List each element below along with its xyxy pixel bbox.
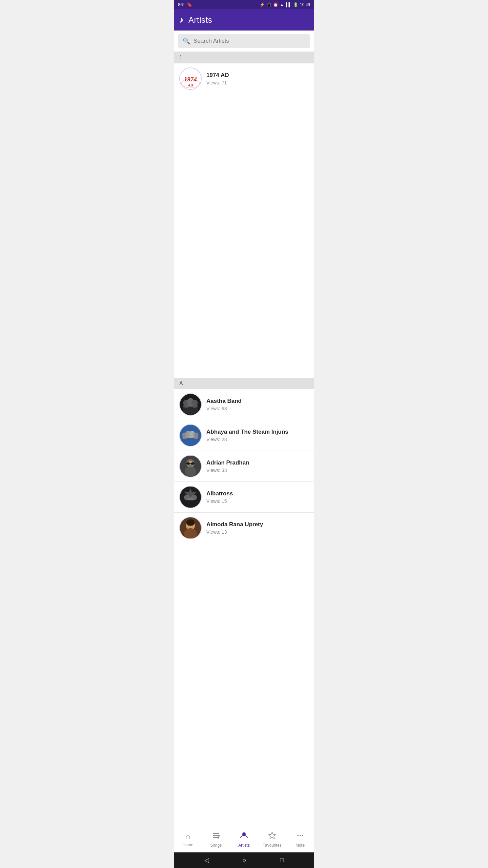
search-icon: 🔍 bbox=[183, 37, 190, 45]
artist-name-albatross: Albatross bbox=[206, 490, 309, 497]
notification-icon: 🔖 bbox=[187, 2, 192, 7]
artist-info-almoda: Almoda Rana Uprety Views: 13 bbox=[206, 521, 309, 535]
section-header-a: A bbox=[174, 378, 314, 389]
svg-point-46 bbox=[217, 836, 219, 839]
artist-item-1974ad[interactable]: 1974 AD 1974 AD Views: 71 bbox=[174, 63, 314, 94]
artist-views-abhaya: Views: 28 bbox=[206, 437, 309, 442]
nav-favourites-label: Favourites bbox=[263, 843, 282, 848]
nav-home-label: Home bbox=[182, 843, 193, 847]
artist-views-almoda: Views: 13 bbox=[206, 529, 309, 535]
artist-info-1974ad: 1974 AD Views: 71 bbox=[206, 72, 309, 85]
nav-artists[interactable]: Artists bbox=[230, 830, 258, 849]
artists-icon bbox=[240, 831, 248, 842]
battery-icon: 🔋 bbox=[293, 2, 298, 7]
signal-icon: ▌▌ bbox=[286, 2, 291, 7]
status-left: 86° 🔖 bbox=[178, 2, 192, 7]
avatar-adrian bbox=[179, 455, 202, 477]
svg-point-21 bbox=[193, 436, 198, 439]
recent-button[interactable]: □ bbox=[280, 857, 284, 864]
artist-name-abhaya: Abhaya and The Steam Injuns bbox=[206, 429, 309, 435]
nav-favourites[interactable]: Favourites bbox=[258, 830, 286, 849]
artist-name-almoda: Almoda Rana Uprety bbox=[206, 521, 309, 528]
avatar-albatross bbox=[179, 486, 202, 508]
more-icon bbox=[296, 831, 304, 842]
status-right: ⚡ 📳 ⏰ ▲ ▌▌ 🔋 10:49 bbox=[260, 2, 310, 7]
search-container: 🔍 bbox=[174, 31, 314, 52]
svg-point-11 bbox=[191, 405, 198, 408]
artist-item-aastha[interactable]: Aastha Band Views: 63 bbox=[174, 389, 314, 420]
alarm-icon: ⏰ bbox=[273, 2, 278, 7]
artist-views-adrian: Views: 33 bbox=[206, 468, 309, 473]
avatar-abhaya bbox=[179, 424, 202, 447]
search-input[interactable] bbox=[194, 38, 305, 44]
artist-list-a: Aastha Band Views: 63 Abhaya a bbox=[174, 389, 314, 827]
svg-text:1974: 1974 bbox=[184, 76, 197, 83]
music-icon: ♪ bbox=[179, 15, 184, 25]
nav-songs-label: Songs bbox=[210, 843, 222, 848]
avatar-aastha bbox=[179, 393, 202, 416]
artist-views-1974ad: Views: 71 bbox=[206, 80, 309, 85]
svg-marker-49 bbox=[269, 832, 276, 839]
svg-point-41 bbox=[188, 525, 189, 526]
songs-icon bbox=[212, 831, 220, 842]
artist-views-aastha: Views: 63 bbox=[206, 406, 309, 411]
nav-more-label: More bbox=[296, 843, 305, 848]
avatar-1974ad: 1974 AD bbox=[179, 67, 202, 90]
vibrate-icon: 📳 bbox=[266, 2, 271, 7]
time: 10:49 bbox=[300, 2, 310, 7]
artist-info-adrian: Adrian Pradhan Views: 33 bbox=[206, 459, 309, 473]
artist-name-1974ad: 1974 AD bbox=[206, 72, 309, 79]
svg-rect-28 bbox=[191, 462, 195, 465]
svg-point-42 bbox=[191, 525, 193, 526]
nav-home[interactable]: ⌂ Home bbox=[174, 830, 202, 849]
svg-point-50 bbox=[297, 835, 299, 836]
bluetooth-icon: ⚡ bbox=[260, 2, 265, 7]
favourites-icon bbox=[268, 831, 276, 842]
svg-point-51 bbox=[300, 835, 301, 836]
artist-item-almoda[interactable]: Almoda Rana Uprety Views: 13 bbox=[174, 513, 314, 543]
status-bar: 86° 🔖 ⚡ 📳 ⏰ ▲ ▌▌ 🔋 10:49 bbox=[174, 0, 314, 9]
svg-point-40 bbox=[186, 519, 195, 526]
section-header-1: 1 bbox=[174, 52, 314, 63]
avatar-almoda bbox=[179, 517, 202, 539]
home-icon: ⌂ bbox=[185, 832, 190, 841]
artist-info-albatross: Albatross Views: 15 bbox=[206, 490, 309, 504]
app-header: ♪ Artists bbox=[174, 9, 314, 31]
artist-views-albatross: Views: 15 bbox=[206, 498, 309, 504]
home-button[interactable]: ○ bbox=[243, 857, 246, 864]
nav-more[interactable]: More bbox=[286, 830, 314, 849]
svg-point-52 bbox=[302, 835, 303, 836]
nav-artists-label: Artists bbox=[238, 843, 249, 848]
artist-info-aastha: Aastha Band Views: 63 bbox=[206, 398, 309, 411]
artist-info-abhaya: Abhaya and The Steam Injuns Views: 28 bbox=[206, 429, 309, 442]
bottom-nav: ⌂ Home Songs Artists F bbox=[174, 827, 314, 852]
temperature: 86° bbox=[178, 2, 185, 7]
artist-item-albatross[interactable]: Albatross Views: 15 bbox=[174, 482, 314, 513]
artist-list-1: 1974 AD 1974 AD Views: 71 bbox=[174, 63, 314, 378]
artist-item-abhaya[interactable]: Abhaya and The Steam Injuns Views: 28 bbox=[174, 420, 314, 451]
nav-songs[interactable]: Songs bbox=[202, 830, 230, 849]
back-button[interactable]: ◁ bbox=[204, 856, 209, 864]
svg-text:AD: AD bbox=[188, 83, 193, 87]
page-title: Artists bbox=[188, 15, 212, 25]
svg-rect-27 bbox=[186, 462, 190, 465]
svg-point-25 bbox=[185, 467, 196, 477]
artist-name-adrian: Adrian Pradhan bbox=[206, 459, 309, 466]
svg-rect-35 bbox=[184, 500, 197, 508]
wifi-icon: ▲ bbox=[280, 2, 284, 7]
search-box[interactable]: 🔍 bbox=[178, 34, 310, 48]
artist-item-adrian[interactable]: Adrian Pradhan Views: 33 bbox=[174, 451, 314, 482]
android-nav: ◁ ○ □ bbox=[174, 852, 314, 868]
artist-name-aastha: Aastha Band bbox=[206, 398, 309, 405]
